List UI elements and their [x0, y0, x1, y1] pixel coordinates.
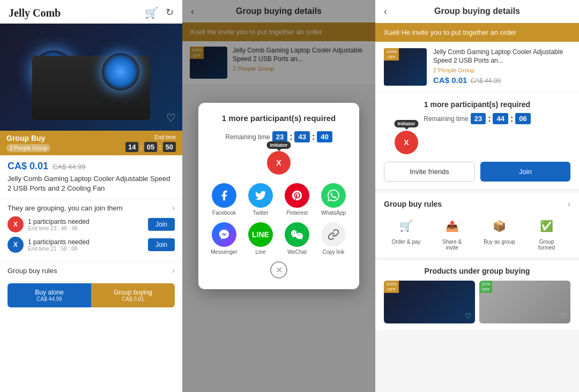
- s3-product-thumb-2: 21%OFF ♡: [479, 281, 570, 323]
- s1-header: Jelly Comb 🛒 ↻: [0, 0, 182, 24]
- share-messenger[interactable]: Messenger: [209, 222, 239, 255]
- close-modal-button[interactable]: ✕: [270, 261, 287, 278]
- buy-alone-price: CA$ 44.99: [13, 296, 86, 302]
- wechat-icon: [285, 222, 309, 247]
- group-info-sub-1: End time 23 : 48 : 48: [28, 225, 144, 231]
- facebook-label: Facebook: [212, 210, 236, 216]
- s3-back-button[interactable]: ‹: [384, 6, 387, 17]
- buy-alone-label: Buy alone: [13, 289, 86, 296]
- share-pinterest[interactable]: Pinterest: [282, 183, 312, 216]
- s3-product-info: Jelly Comb Gaming Laptop Cooler Adjustab…: [433, 48, 570, 86]
- join-button-2[interactable]: Join: [148, 238, 175, 251]
- s3-action-row: Invite friends Join: [384, 162, 570, 182]
- cart-icon[interactable]: 🛒: [145, 6, 158, 19]
- s3-rules-section: Group buy rules › 🛒 Order & pay 📤 Share …: [375, 193, 579, 257]
- s3-products-grid: 100%OFF ♡ 21%OFF ♡: [384, 281, 570, 323]
- initiator-avatar: Initiator X: [267, 151, 291, 175]
- group-info-1: 1 participants needed End time 23 : 48 :…: [28, 218, 144, 231]
- avatar-2: X: [8, 237, 24, 253]
- s3-products-section: Products under group buying 100%OFF ♡ 21…: [375, 260, 579, 330]
- rules-arrow: ›: [172, 266, 175, 275]
- grouping-header: They are grouping, you can join them ›: [8, 203, 175, 212]
- rule-buy-group: 📦 Buy as group: [484, 215, 515, 251]
- modal-title: 1 more participant(s) required: [209, 114, 348, 123]
- remaining-label: Remaining time: [225, 133, 270, 141]
- group-info-sub-2: End time 21 : 58 : 08: [28, 246, 144, 252]
- share-invite-icon: 📤: [441, 215, 463, 237]
- timer-minutes: 05: [144, 142, 157, 152]
- s3-initiator-row: Initiator X: [384, 131, 570, 154]
- modal-close-area: ✕: [209, 261, 348, 278]
- product-2-wishlist-icon[interactable]: ♡: [560, 312, 567, 320]
- line-icon: LINE: [248, 222, 273, 247]
- share-icons-grid: Facebook Twitter Pinterest: [209, 183, 348, 255]
- price-new: CA$ 0.01: [8, 161, 48, 172]
- rules-title: Group buy rules: [8, 267, 57, 275]
- s3-rules-header: Group buy rules ›: [384, 199, 570, 209]
- line-label: Line: [256, 249, 266, 255]
- group-buying-label: Group buying: [96, 289, 169, 296]
- modal-timer-s: 40: [317, 131, 332, 142]
- share-copylink[interactable]: Copy link: [318, 222, 348, 255]
- group-buy-right: End time 14 : 05 : 50: [125, 134, 176, 152]
- end-time-label: End time: [155, 134, 176, 140]
- s3-product-card: 100%OFF Jelly Comb Gaming Laptop Cooler …: [375, 42, 579, 93]
- product-image: ♡: [0, 24, 182, 131]
- refresh-icon[interactable]: ↻: [166, 6, 174, 19]
- group-buy-label: Group Buy: [6, 134, 50, 142]
- rule-group-formed: ✅ Group formed: [531, 215, 563, 251]
- group-item-2: X 1 participants needed End time 21 : 58…: [8, 237, 175, 253]
- buy-group-label: Buy as group: [484, 239, 515, 245]
- screen3: ‹ Group buying details Xueli He invite y…: [375, 0, 579, 392]
- initiator-label: Initiator: [267, 141, 291, 149]
- screen2: ‹ Group buying details Xueli He invite y…: [182, 0, 375, 392]
- copylink-icon: [321, 222, 346, 247]
- buy-alone-button[interactable]: Buy alone CA$ 44.99: [8, 283, 91, 307]
- s3-initiator-initial: X: [404, 138, 409, 147]
- rule-order-pay: 🛒 Order & pay: [391, 215, 420, 251]
- s3-timer-m: 44: [493, 113, 508, 124]
- initiator-initial: X: [276, 159, 281, 167]
- group-buying-button[interactable]: Group buying CA$ 0.01: [91, 283, 175, 307]
- s3-header: ‹ Group buying details: [375, 0, 579, 23]
- pinterest-icon: [285, 183, 309, 208]
- group-formed-icon: ✅: [536, 215, 558, 237]
- copylink-label: Copy link: [322, 249, 344, 255]
- rule-share-invite: 📤 Share & invite: [436, 215, 468, 251]
- s3-invite-banner: Xueli He invite you to put together an o…: [375, 23, 579, 42]
- grouping-title: They are grouping, you can join them: [8, 204, 123, 212]
- s3-initiator-label: Initiator: [395, 120, 419, 127]
- wishlist-icon[interactable]: ♡: [166, 111, 176, 124]
- share-wechat[interactable]: WeChat: [282, 222, 312, 255]
- share-line[interactable]: LINE Line: [246, 222, 276, 255]
- order-pay-label: Order & pay: [391, 239, 420, 245]
- whatsapp-label: WhatsApp: [321, 210, 346, 216]
- share-facebook[interactable]: Facebook: [209, 183, 239, 216]
- facebook-icon: [212, 183, 236, 208]
- laptop-graphic: [32, 56, 150, 120]
- s3-product-group: 2 People Group: [433, 67, 570, 73]
- avatar-1: X: [8, 216, 24, 232]
- product-badge-2: 21%OFF: [479, 281, 492, 293]
- product-1-wishlist-icon[interactable]: ♡: [465, 312, 472, 320]
- group-item-1: X 1 participants needed End time 23 : 48…: [8, 216, 175, 232]
- s3-products-title: Products under group buying: [384, 267, 570, 275]
- s3-price-new: CA$ 0.01: [433, 76, 467, 85]
- share-twitter[interactable]: Twitter: [246, 183, 276, 216]
- twitter-label: Twitter: [253, 210, 268, 216]
- timer-hours: 14: [125, 142, 138, 152]
- group-formed-label: Group formed: [531, 239, 563, 251]
- share-whatsapp[interactable]: WhatsApp: [318, 183, 348, 216]
- join-button-1[interactable]: Join: [148, 218, 175, 231]
- s3-rules-icons: 🛒 Order & pay 📤 Share & invite 📦 Buy as …: [384, 215, 570, 251]
- pinterest-label: Pinterest: [286, 210, 307, 216]
- buy-group-icon: 📦: [488, 215, 510, 237]
- modal-timer-m: 43: [294, 131, 309, 142]
- bottom-action-buttons: Buy alone CA$ 44.99 Group buying CA$ 0.0…: [8, 283, 175, 307]
- invite-friends-button[interactable]: Invite friends: [384, 162, 475, 182]
- s3-initiator-avatar: Initiator X: [395, 131, 418, 154]
- s3-remaining-label: Remaining time: [424, 115, 468, 123]
- s3-join-button[interactable]: Join: [480, 162, 570, 182]
- s3-rules-title: Group buy rules: [384, 200, 442, 208]
- app-logo: Jelly Comb: [9, 7, 61, 19]
